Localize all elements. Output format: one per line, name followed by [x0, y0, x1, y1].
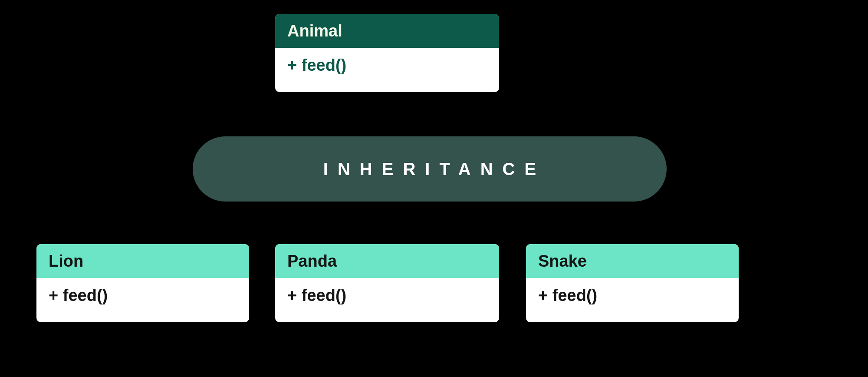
class-box-lion: Lion + feed(): [36, 244, 249, 322]
inheritance-diagram: Animal + feed() INHERITANCE Lion + feed(…: [0, 0, 868, 377]
class-name-animal: Animal: [275, 14, 499, 48]
svg-line-3: [143, 202, 260, 244]
class-name-panda: Panda: [275, 244, 499, 278]
svg-marker-8: [629, 237, 638, 244]
class-method-lion: + feed(): [36, 278, 249, 315]
svg-line-0: [260, 92, 339, 136]
class-name-snake: Snake: [526, 244, 739, 278]
class-method-animal: + feed(): [275, 48, 499, 85]
svg-line-1: [387, 92, 430, 136]
svg-line-2: [434, 92, 599, 136]
class-name-lion: Lion: [36, 244, 249, 278]
svg-line-4: [387, 202, 430, 244]
class-box-panda: Panda + feed(): [275, 244, 499, 322]
class-method-snake: + feed(): [526, 278, 739, 315]
svg-line-5: [599, 202, 634, 244]
svg-marker-7: [383, 237, 391, 244]
inheritance-label: INHERITANCE: [193, 136, 667, 202]
class-method-panda: + feed(): [275, 278, 499, 315]
svg-marker-6: [139, 237, 148, 244]
class-box-snake: Snake + feed(): [526, 244, 739, 322]
class-box-animal: Animal + feed(): [275, 14, 499, 92]
